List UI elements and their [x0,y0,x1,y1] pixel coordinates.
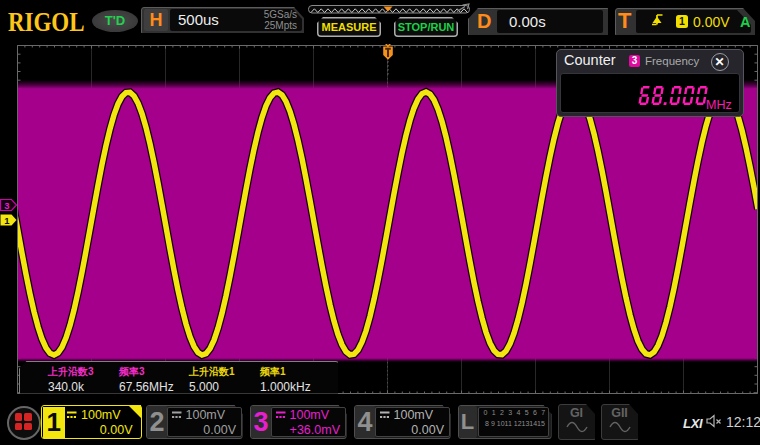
svg-text:1: 1 [4,215,10,226]
svg-text:3: 3 [4,200,9,211]
